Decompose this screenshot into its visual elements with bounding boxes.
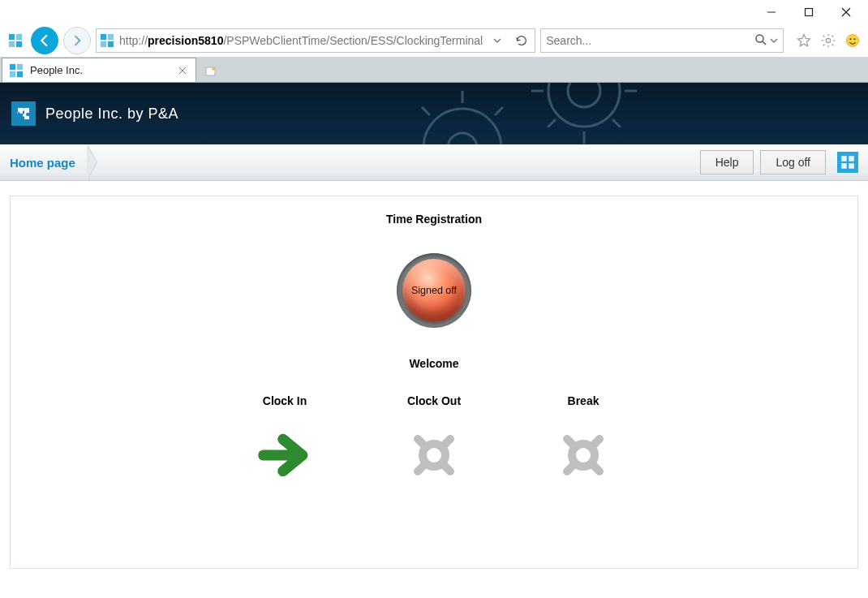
- tab-title: People Inc.: [30, 64, 170, 76]
- svg-rect-28: [10, 71, 15, 76]
- status-text: Signed off: [411, 285, 457, 296]
- svg-point-23: [847, 35, 859, 47]
- svg-point-45: [568, 83, 600, 107]
- svg-rect-27: [17, 63, 23, 69]
- clock-in-label: Clock In: [236, 394, 333, 407]
- address-text[interactable]: http://precision5810/PSPWebClientTime/Se…: [119, 34, 483, 47]
- nav-back-button[interactable]: [31, 27, 58, 54]
- svg-point-25: [854, 38, 856, 40]
- url-host: precision5810: [148, 34, 223, 47]
- svg-rect-29: [17, 71, 23, 76]
- breadcrumb-separator-icon: [87, 144, 97, 180]
- window-close-button[interactable]: [827, 0, 865, 24]
- search-input[interactable]: [546, 34, 749, 47]
- break-disabled-icon: [535, 427, 632, 484]
- content-panel: Time Registration Signed off Welcome Clo…: [10, 196, 858, 569]
- tab-favicon-icon: [9, 63, 24, 78]
- window-maximize-button[interactable]: [790, 0, 827, 24]
- content-area: Time Registration Signed off Welcome Clo…: [0, 181, 868, 583]
- window-minimize-button[interactable]: [753, 0, 790, 24]
- svg-point-34: [423, 109, 501, 144]
- clock-out-disabled-icon: [385, 427, 483, 484]
- svg-rect-10: [101, 41, 106, 47]
- status-indicator-inner: Signed off: [402, 259, 466, 322]
- smiley-feedback-icon[interactable]: [842, 30, 863, 51]
- svg-rect-54: [837, 152, 858, 173]
- site-favicon-icon: [100, 33, 114, 48]
- svg-rect-9: [108, 34, 114, 40]
- welcome-text: Welcome: [174, 357, 694, 370]
- status-indicator: Signed off: [397, 253, 471, 328]
- svg-rect-5: [16, 34, 22, 40]
- svg-point-35: [448, 133, 477, 144]
- svg-line-43: [495, 107, 503, 115]
- url-prefix: http://: [119, 34, 148, 47]
- svg-rect-7: [16, 41, 22, 47]
- svg-line-19: [823, 36, 825, 37]
- svg-rect-6: [9, 41, 15, 47]
- svg-rect-4: [9, 34, 15, 40]
- svg-rect-26: [10, 63, 15, 69]
- header-decoration-gears-icon: [397, 83, 690, 144]
- favorites-star-icon[interactable]: [793, 30, 814, 51]
- svg-line-64: [593, 465, 599, 471]
- app-logo-icon: [11, 101, 36, 126]
- search-bar[interactable]: [540, 28, 784, 53]
- app-favicon-left: [5, 30, 26, 51]
- tab-close-button[interactable]: [176, 64, 189, 77]
- svg-line-57: [444, 439, 450, 445]
- panel-title: Time Registration: [174, 213, 694, 226]
- address-bar[interactable]: http://precision5810/PSPWebClientTime/Se…: [96, 28, 535, 53]
- svg-point-12: [756, 35, 763, 42]
- new-tab-button[interactable]: [200, 61, 222, 82]
- svg-line-58: [418, 465, 424, 471]
- svg-line-40: [422, 107, 430, 115]
- toolbar-row: Home page Help Log off: [0, 144, 868, 181]
- svg-point-33: [212, 67, 215, 71]
- svg-line-21: [823, 45, 825, 46]
- svg-line-61: [567, 439, 574, 445]
- clock-in-arrow-icon: [236, 427, 333, 484]
- clock-out-label: Clock Out: [385, 394, 483, 407]
- nav-forward-button[interactable]: [63, 27, 91, 54]
- settings-gear-icon[interactable]: [818, 30, 839, 51]
- refresh-button[interactable]: [512, 34, 531, 47]
- app-title: People Inc. by P&A: [45, 105, 178, 123]
- clock-out-action[interactable]: Clock Out: [385, 394, 483, 484]
- browser-toolbar: http://precision5810/PSPWebClientTime/Se…: [0, 24, 868, 57]
- svg-line-63: [567, 465, 574, 471]
- toolbar-logo-icon: [837, 152, 858, 173]
- clock-in-action[interactable]: Clock In: [236, 394, 333, 484]
- app-header: People Inc. by P&A: [0, 83, 868, 144]
- search-provider-dropdown-icon[interactable]: [770, 35, 778, 47]
- svg-rect-1: [806, 9, 813, 16]
- browser-tab[interactable]: People Inc.: [2, 58, 196, 82]
- svg-line-51: [612, 119, 621, 127]
- svg-line-62: [593, 439, 599, 445]
- address-dropdown-icon[interactable]: [488, 37, 507, 45]
- breadcrumb-home[interactable]: Home page: [10, 156, 84, 170]
- svg-rect-8: [101, 34, 106, 40]
- url-path: /PSPWebClientTime/Section/ESS/ClockingTe…: [223, 34, 483, 47]
- logoff-button[interactable]: Log off: [760, 150, 826, 174]
- svg-line-22: [832, 36, 834, 37]
- svg-point-24: [850, 38, 852, 40]
- svg-rect-11: [108, 41, 114, 47]
- break-label: Break: [535, 394, 632, 407]
- break-action[interactable]: Break: [535, 394, 632, 484]
- window-titlebar: [0, 0, 868, 24]
- svg-line-56: [418, 439, 424, 445]
- svg-line-13: [763, 41, 766, 45]
- svg-line-59: [444, 465, 450, 471]
- actions-row: Clock In Clock Out Break: [174, 394, 694, 484]
- svg-line-20: [832, 45, 834, 46]
- search-submit-icon[interactable]: [754, 32, 768, 49]
- svg-point-44: [548, 83, 620, 127]
- svg-line-52: [548, 119, 556, 127]
- svg-point-14: [826, 38, 830, 42]
- help-button[interactable]: Help: [700, 150, 754, 174]
- tab-strip: People Inc.: [0, 57, 868, 83]
